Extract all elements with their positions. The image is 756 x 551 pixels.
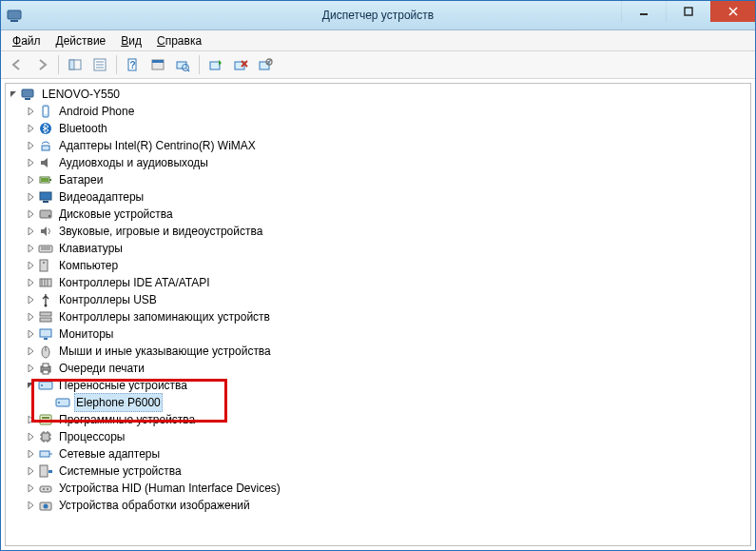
category-icon	[38, 309, 53, 325]
tree-category[interactable]: Bluetooth	[6, 120, 750, 137]
properties-button[interactable]	[87, 52, 112, 77]
tree-category[interactable]: Контроллеры IDE ATA/ATAPI	[6, 274, 750, 291]
tree-category[interactable]: Компьютер	[6, 257, 750, 274]
expander-closed-icon[interactable]	[25, 208, 36, 220]
device-tree-container[interactable]: LENOVO-Y550Android PhoneBluetoothАдаптер…	[5, 83, 751, 546]
svg-rect-50	[40, 318, 51, 322]
expander-closed-icon[interactable]	[25, 174, 36, 186]
svg-rect-64	[42, 433, 49, 441]
show-hide-console-tree-button[interactable]	[63, 52, 87, 77]
svg-point-59	[41, 384, 43, 386]
update-driver-button[interactable]	[204, 52, 228, 77]
tree-category-label: Процессоры	[57, 428, 127, 445]
tree-category-label: Видеоадаптеры	[57, 188, 145, 206]
scan-hardware-button[interactable]	[170, 52, 195, 77]
tree-category[interactable]: Контроллеры запоминающих устройств	[6, 308, 750, 325]
expander-closed-icon[interactable]	[25, 226, 36, 237]
close-button[interactable]	[710, 1, 755, 22]
tree-category[interactable]: Клавиатуры	[6, 240, 750, 257]
category-icon	[38, 326, 53, 342]
category-icon	[38, 241, 53, 256]
help-button[interactable]: ?	[121, 52, 145, 77]
svg-rect-77	[40, 486, 51, 492]
tree-category[interactable]: Android Phone	[6, 103, 750, 120]
tree-category[interactable]: Устройства HID (Human Interface Devices)	[6, 480, 750, 497]
tree-root[interactable]: LENOVO-Y550	[6, 86, 750, 103]
tree-category[interactable]: Системные устройства	[6, 462, 750, 480]
back-button[interactable]	[5, 52, 29, 77]
tree-category-label: Программные устройства	[57, 411, 197, 428]
expander-closed-icon[interactable]	[25, 465, 36, 477]
tree-category[interactable]: Адаптеры Intel(R) Centrino(R) WiMAX	[6, 137, 750, 154]
tree-category-label: Контроллеры запоминающих устройств	[57, 308, 272, 325]
tree-category[interactable]: Сетевые адаптеры	[6, 445, 750, 462]
disable-button[interactable]	[253, 52, 278, 77]
tree-category[interactable]: Мониторы	[6, 325, 750, 343]
expander-closed-icon[interactable]	[25, 431, 36, 443]
svg-point-38	[48, 215, 50, 217]
titlebar[interactable]: Диспетчер устройств	[1, 1, 755, 30]
svg-line-18	[187, 69, 189, 71]
expander-closed-icon[interactable]	[25, 123, 36, 134]
tree-category-label: Мониторы	[57, 325, 115, 343]
menu-help[interactable]: Справка	[149, 32, 209, 49]
expander-closed-icon[interactable]	[25, 328, 36, 340]
expander-open-icon[interactable]	[25, 380, 36, 391]
menu-file[interactable]: Файл	[5, 32, 48, 49]
tree-category[interactable]: Аудиовходы и аудиовыходы	[6, 154, 750, 171]
expander-closed-icon[interactable]	[25, 294, 36, 305]
toolbar: ?	[1, 51, 755, 79]
tree-category[interactable]: Программные устройства	[6, 411, 750, 428]
expander-closed-icon[interactable]	[25, 191, 36, 203]
tree-category[interactable]: Переносные устройства	[6, 377, 750, 394]
tree-category[interactable]: Очереди печати	[6, 360, 750, 377]
tree-category[interactable]: Контроллеры USB	[6, 291, 750, 308]
forward-button[interactable]	[29, 52, 54, 77]
svg-rect-15	[152, 60, 164, 63]
maximize-button[interactable]	[666, 1, 710, 22]
tree-category[interactable]: Звуковые, игровые и видеоустройства	[6, 223, 750, 240]
expander-closed-icon[interactable]	[25, 414, 36, 425]
category-icon	[38, 172, 53, 187]
expander-closed-icon[interactable]	[25, 260, 36, 271]
tree-device[interactable]: Elephone P6000	[6, 394, 750, 411]
menubar: Файл Действие Вид Справка	[1, 30, 755, 51]
menu-action[interactable]: Действие	[48, 32, 114, 49]
tree-category[interactable]: Видеоадаптеры	[6, 188, 750, 206]
expander-closed-icon[interactable]	[25, 345, 36, 357]
expander-closed-icon[interactable]	[25, 311, 36, 323]
svg-rect-3	[685, 8, 692, 15]
expander-closed-icon[interactable]	[25, 140, 36, 151]
tree-category-label: Дисковые устройства	[57, 206, 175, 223]
tree-category[interactable]: Батареи	[6, 171, 750, 188]
tree-category-label: Аудиовходы и аудиовыходы	[57, 154, 210, 171]
action-button[interactable]	[145, 52, 170, 77]
category-icon	[38, 344, 53, 359]
window-buttons	[621, 1, 755, 22]
svg-text:?: ?	[129, 60, 135, 70]
expander-closed-icon[interactable]	[25, 157, 36, 168]
uninstall-button[interactable]	[228, 52, 253, 77]
expander-closed-icon[interactable]	[25, 448, 36, 460]
tree-category[interactable]: Устройства обработки изображений	[6, 497, 750, 514]
category-icon	[38, 481, 53, 496]
menu-view[interactable]: Вид	[113, 32, 149, 49]
computer-icon	[21, 87, 36, 102]
expander-closed-icon[interactable]	[25, 243, 36, 254]
app-icon	[7, 8, 22, 23]
expander-closed-icon[interactable]	[25, 106, 36, 117]
minimize-button[interactable]	[621, 1, 666, 22]
expander-closed-icon[interactable]	[25, 363, 36, 374]
expander-closed-icon[interactable]	[25, 277, 36, 288]
expander-open-icon[interactable]	[8, 89, 19, 100]
tree-category-label: Сетевые адаптеры	[57, 445, 162, 462]
tree-device-label: Elephone P6000	[74, 393, 163, 412]
svg-rect-1	[10, 20, 18, 22]
tree-category[interactable]: Дисковые устройства	[6, 206, 750, 223]
category-icon	[38, 429, 53, 444]
expander-closed-icon[interactable]	[25, 482, 36, 494]
tree-category[interactable]: Мыши и иные указывающие устройства	[6, 343, 750, 360]
tree-category[interactable]: Процессоры	[6, 428, 750, 445]
expander-closed-icon[interactable]	[25, 500, 36, 511]
tree-category-label: Клавиатуры	[57, 240, 125, 257]
